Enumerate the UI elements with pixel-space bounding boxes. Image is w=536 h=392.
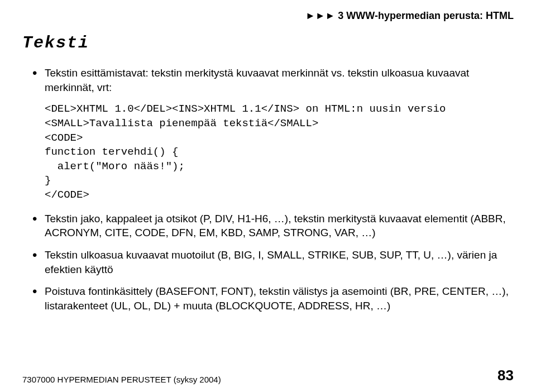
code-example: <DEL>XHTML 1.0</DEL><INS>XHTML 1.1</INS>… <box>45 102 514 202</box>
bullet-text-4: Poistuva fontinkäsittely (BASEFONT, FONT… <box>45 285 509 312</box>
bullet-item-3: Tekstin ulkoasua kuvaavat muotoilut (B, … <box>32 248 514 276</box>
bullet-item-4: Poistuva fontinkäsittely (BASEFONT, FONT… <box>32 284 514 313</box>
page-number: 83 <box>497 367 514 384</box>
bullet-item-1: Tekstin esittämistavat: tekstin merkitys… <box>32 66 514 94</box>
bullet-text-2: Tekstin jako, kappaleet ja otsikot (P, D… <box>45 213 506 239</box>
footer-course: 7307000 HYPERMEDIAN PERUSTEET (syksy 200… <box>22 375 221 384</box>
header-arrows: ►►► <box>305 10 335 21</box>
page-title: Teksti <box>22 34 514 52</box>
slide-page: ►►► 3 WWW-hypermedian perusta: HTML Teks… <box>0 0 536 392</box>
bullet-text-3: Tekstin ulkoasua kuvaavat muotoilut (B, … <box>45 249 497 275</box>
bullet-list-cont: Tekstin jako, kappaleet ja otsikot (P, D… <box>22 212 514 313</box>
bullet-list: Tekstin esittämistavat: tekstin merkitys… <box>22 66 514 94</box>
footer: 7307000 HYPERMEDIAN PERUSTEET (syksy 200… <box>22 367 514 384</box>
chapter-header: ►►► 3 WWW-hypermedian perusta: HTML <box>305 10 514 22</box>
bullet-item-2: Tekstin jako, kappaleet ja otsikot (P, D… <box>32 212 514 240</box>
header-text: 3 WWW-hypermedian perusta: HTML <box>338 10 514 21</box>
bullet-text-1: Tekstin esittämistavat: tekstin merkitys… <box>45 67 469 93</box>
